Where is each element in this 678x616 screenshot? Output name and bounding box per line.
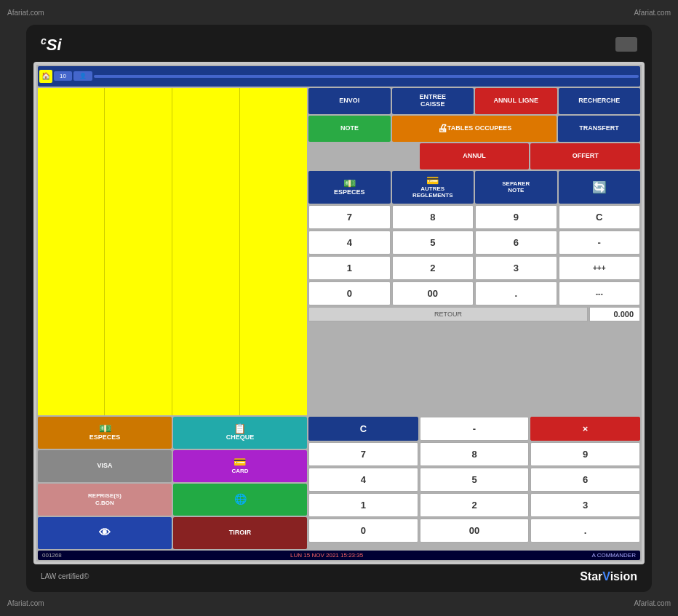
note-button[interactable]: NOTE <box>308 116 391 142</box>
especes-button[interactable]: 💵 ESPECES <box>38 417 172 449</box>
num-3[interactable]: 3 <box>475 256 557 280</box>
num-2-bottom[interactable]: 2 <box>420 493 530 517</box>
nav-item-3[interactable] <box>94 75 639 78</box>
num-1-bottom[interactable]: 1 <box>308 493 418 517</box>
nav-item-2[interactable]: 👤 <box>73 71 92 81</box>
btn-row-1: ENVOI ENTREECAISSE ANNUL LIGNE RECHERCHE <box>308 88 640 114</box>
cheque-icon: 📋 <box>234 423 246 434</box>
num-8[interactable]: 8 <box>392 205 474 229</box>
retour-value: 0.000 <box>589 307 640 321</box>
starvision-logo: StarVision <box>580 570 637 583</box>
numpad-bottom-row3: 4 5 6 <box>308 468 640 492</box>
numpad-bottom-row5: 0 00 . <box>308 519 640 543</box>
retour-label: RETOUR <box>308 307 588 321</box>
csi-logo: cSi <box>41 35 62 55</box>
recherche-button[interactable]: RECHERCHE <box>559 88 641 114</box>
card-button[interactable]: 💳 CARD <box>173 450 307 482</box>
reprises-cbon-button[interactable]: REPRISE(S)C.BON <box>38 484 172 516</box>
num-9[interactable]: 9 <box>475 205 557 229</box>
col2 <box>105 88 172 415</box>
numpad-bottom-row1: C - × <box>308 417 640 441</box>
num-c-bottom[interactable]: C <box>308 417 418 441</box>
numpad-bottom-row2: 7 8 9 <box>308 442 640 466</box>
num-5-bottom[interactable]: 5 <box>420 468 530 492</box>
annul-ligne-button[interactable]: ANNUL LIGNE <box>475 88 557 114</box>
offert-button[interactable]: OFFERT <box>530 143 640 169</box>
tables-occupees-icon: 🖨 <box>437 122 447 135</box>
especes-top-icon: 💵 <box>343 178 356 189</box>
num-8-bottom[interactable]: 8 <box>420 442 530 466</box>
num-plus3[interactable]: +++ <box>559 256 641 280</box>
num-7[interactable]: 7 <box>308 205 391 229</box>
especes-top-button[interactable]: 💵 ESPECES <box>308 171 391 204</box>
numpad-top-row3: 1 2 3 +++ <box>308 256 640 280</box>
numpad-top-row4: 0 00 . --- <box>308 281 640 305</box>
num-c[interactable]: C <box>559 205 641 229</box>
num-3-bottom[interactable]: 3 <box>530 493 640 517</box>
tiroir-button[interactable]: TIROIR <box>173 517 307 549</box>
especes-icon: 💵 <box>99 423 111 434</box>
num-6-bottom[interactable]: 6 <box>530 468 640 492</box>
num-6[interactable]: 6 <box>475 231 557 255</box>
status-datetime: LUN 15 NOV 2021 15:23:35 <box>290 552 363 559</box>
num-4[interactable]: 4 <box>308 231 391 255</box>
payment-buttons-grid: 💵 ESPECES 📋 CHEQUE VISA <box>38 417 307 549</box>
watermark-bottom-right: Afariat.com <box>634 599 671 607</box>
action-icon-button[interactable]: 🔄 <box>559 171 641 204</box>
num-00-bottom[interactable]: 00 <box>420 519 530 543</box>
num-minus[interactable]: - <box>559 231 641 255</box>
visa-button[interactable]: VISA <box>38 450 172 482</box>
num-dot[interactable]: . <box>475 281 557 305</box>
autres-reglements-icon: 💳 <box>426 175 439 186</box>
ticket-content: 🌐 <box>234 494 247 505</box>
annul-button[interactable]: ANNUL <box>420 143 530 169</box>
num-minus-bottom[interactable]: - <box>420 417 530 441</box>
transfert-button[interactable]: TRANSFERT <box>558 116 640 142</box>
watermark-top-right: Afariat.com <box>634 9 671 17</box>
cheque-content: 📋 CHEQUE <box>226 423 255 441</box>
ticket-icon: 🌐 <box>234 494 247 505</box>
num-00[interactable]: 00 <box>392 281 474 305</box>
nav-item-1[interactable]: 10 <box>54 71 72 81</box>
num-0[interactable]: 0 <box>308 281 391 305</box>
monitor-top: cSi <box>33 32 645 57</box>
envoi-button[interactable]: ENVOI <box>308 88 391 114</box>
power-button[interactable] <box>615 37 637 52</box>
law-certified: LAW certified© <box>41 572 89 580</box>
eye-icon: 👁 <box>99 526 111 540</box>
numpad-top-row1: 7 8 9 C <box>308 205 640 229</box>
numpad-top-row2: 4 5 6 - <box>308 231 640 255</box>
order-panel <box>38 88 307 415</box>
card-content: 💳 CARD <box>231 457 248 474</box>
num-9-bottom[interactable]: 9 <box>530 442 640 466</box>
num-5[interactable]: 5 <box>392 231 474 255</box>
nav-icon-home[interactable]: 🏠 <box>39 70 52 83</box>
status-bar: 001268 LUN 15 NOV 2021 15:23:35 A COMMAN… <box>38 551 640 560</box>
pos-screen: 🏠 10 👤 <box>33 62 645 564</box>
separer-note-button[interactable]: SEPARERNOTE <box>475 171 557 204</box>
autres-reglements-content: 💳 AUTRESREGLEMENTS <box>412 175 453 199</box>
payment-row-top: 💵 ESPECES 💳 AUTRESREGLEMENTS SEPAR <box>308 171 640 204</box>
num-1[interactable]: 1 <box>308 256 391 280</box>
right-panel: ENVOI ENTREECAISSE ANNUL LIGNE RECHERCHE… <box>308 88 640 415</box>
col3 <box>173 88 240 415</box>
num-4-bottom[interactable]: 4 <box>308 468 418 492</box>
num-x-bottom[interactable]: × <box>530 417 640 441</box>
empty-slot <box>308 143 418 169</box>
tables-occupees-button[interactable]: 🖨 TABLES OCCUPEES <box>392 116 557 142</box>
bottom-branding: LAW certified© StarVision <box>33 569 645 585</box>
col1 <box>38 88 105 415</box>
action-eye-button[interactable]: 👁 <box>38 517 172 549</box>
cheque-button[interactable]: 📋 CHEQUE <box>173 417 307 449</box>
num-2[interactable]: 2 <box>392 256 474 280</box>
num-dot-bottom[interactable]: . <box>530 519 640 543</box>
middle-row: ENVOI ENTREECAISSE ANNUL LIGNE RECHERCHE… <box>38 88 640 415</box>
num-minus3[interactable]: --- <box>559 281 641 305</box>
ticket-restaurant-button[interactable]: 🌐 <box>173 484 307 516</box>
autres-reglements-button[interactable]: 💳 AUTRESREGLEMENTS <box>392 171 474 204</box>
status-right: A COMMANDER <box>592 552 636 559</box>
action-icon: 🔄 <box>592 180 607 194</box>
entree-caisse-button[interactable]: ENTREECAISSE <box>392 88 474 114</box>
num-7-bottom[interactable]: 7 <box>308 442 418 466</box>
num-0-bottom[interactable]: 0 <box>308 519 418 543</box>
